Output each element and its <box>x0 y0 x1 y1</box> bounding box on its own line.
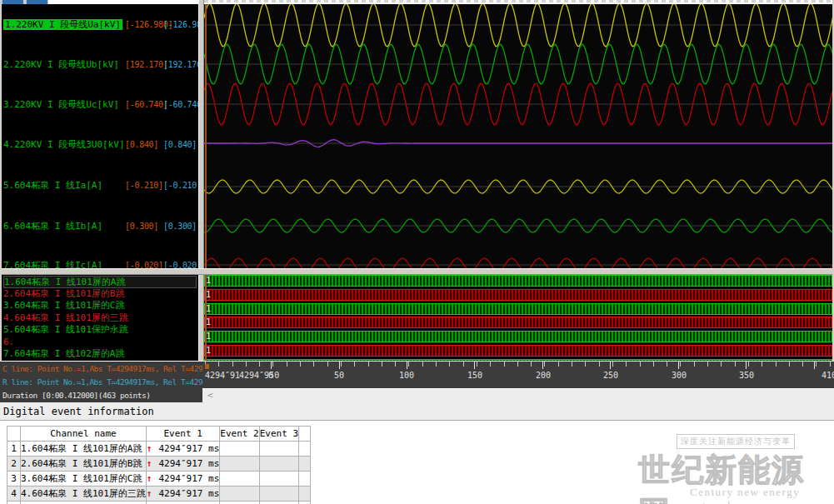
digital-event-info-bar: Digital event information <box>0 402 834 421</box>
event-1-time: 4294″917 ms <box>158 488 219 499</box>
event-tail-cell <box>299 487 311 502</box>
analog-channel-row[interactable]: 1.220KV I 段母线Ua[kV][-126.980][-126.980] <box>0 18 198 31</box>
analog-channel-value-1: [-0.020] <box>125 259 163 268</box>
event-table-row[interactable]: 33.604柘泉 I 线101屏的C跳↑4294″917 ms <box>7 472 311 487</box>
event-row-number: 4 <box>7 487 21 502</box>
analog-channel-row[interactable]: 4.220KV I 段母线3U0[kV][0.840][0.840] <box>0 138 198 151</box>
digital-channel-bar[interactable]: 1 <box>204 289 832 301</box>
digital-time-cursor-line[interactable] <box>205 275 207 361</box>
event-row-number: 3 <box>7 472 21 487</box>
event-3-cell <box>259 472 298 487</box>
analog-channel-value-2: [0.840] <box>163 138 197 151</box>
event-tail-cell <box>299 457 311 472</box>
event-table-row[interactable]: 55.604柘泉 I 线101保护永跳↑4294″917 ms <box>7 502 311 504</box>
digital-channel-label[interactable]: 4.604柘泉 I 线101屏的三跳 <box>3 312 195 323</box>
digital-channel-label[interactable]: 6. <box>3 337 195 347</box>
event-row-number: 2 <box>7 457 21 472</box>
event-tail-cell <box>299 442 311 457</box>
analog-channel-value-2: [-0.210] <box>163 179 198 192</box>
analog-channel-name[interactable]: 5.604柘泉 I 线Ia[A] <box>3 180 102 191</box>
digital-channel-bar[interactable]: 1 <box>204 345 832 357</box>
event-table-header: Event 3 <box>259 427 298 442</box>
time-cursor-line[interactable] <box>205 4 207 268</box>
digital-channel-bar[interactable]: 1 <box>204 317 832 328</box>
digital-channel-bar[interactable]: 1 <box>204 331 832 342</box>
event-1-cell: ↑4294″917 ms <box>146 502 219 504</box>
timeline-tick-label: 350 <box>739 371 754 380</box>
timeline-tick-label: 250 <box>603 371 618 380</box>
analog-channel-name[interactable]: 2.220KV I 段母线Ub[kV] <box>3 59 119 70</box>
timeline-axis[interactable]: 4294″914294″950050100150200250300350410 <box>202 361 834 388</box>
digital-channel-label[interactable]: 1.604柘泉 I 线101屏的A跳 <box>3 276 197 288</box>
c-line-status: C line: Point No.=1,Abs T=4294917ms, Rel… <box>2 364 202 373</box>
event-table-body: 11.604柘泉 I 线101屏的A跳↑4294″917 ms22.604柘泉 … <box>7 442 311 504</box>
digital-channel-bar[interactable]: 1 <box>204 275 832 287</box>
waveform-svg <box>204 4 832 268</box>
waveform-analyzer-window: 1.220KV I 段母线Ua[kV][-126.980][-126.980]2… <box>0 0 834 504</box>
analog-channel-value-1: [-60.740] <box>125 98 168 111</box>
analog-channel-value-1: [-0.210] <box>125 179 163 192</box>
event-tail-cell <box>299 502 311 504</box>
timeline-tick-label: 300 <box>672 371 687 380</box>
timeline-major-ticks <box>271 362 831 369</box>
timeline-cursor-marker[interactable] <box>205 364 209 369</box>
analog-channel-row[interactable]: 3.220KV I 段母线Uc[kV][-60.740][-60.740] <box>0 98 198 111</box>
analog-channel-row[interactable]: 7.604柘泉 I 线Ic[A][-0.020][-0.020] <box>0 259 198 268</box>
event-2-cell <box>220 487 259 502</box>
waveform-trace-7 <box>204 258 832 268</box>
analog-channel-value-1: [0.300] <box>125 220 158 232</box>
digital-bars-panel[interactable]: 1111111 <box>204 275 832 361</box>
event-3-cell <box>259 487 298 502</box>
analog-channel-name[interactable]: 6.604柘泉 I 线Ib[A] <box>3 221 102 232</box>
digital-channel-label[interactable]: 5.604柘泉 I 线101保护永跳 <box>3 324 195 335</box>
analog-channel-value-2: [-126.980] <box>163 18 198 31</box>
event-3-cell <box>259 502 298 504</box>
timeline-tick-label: 100 <box>399 371 414 380</box>
analog-channel-value-2: [192.170] <box>163 58 198 71</box>
event-table-header: Event 2 <box>220 427 259 442</box>
digital-channel-label[interactable]: 7.604柘泉 I 线102屏的A跳 <box>3 348 195 359</box>
timeline-tick-label: 410 <box>822 371 834 380</box>
event-row-number: 1 <box>7 442 21 457</box>
event-table[interactable]: Channel nameEvent 1Event 2Event 3 11.604… <box>7 426 311 504</box>
cursor-status-box: C line: Point No.=1,Abs T=4294917ms, Rel… <box>0 361 202 402</box>
timeline-tick-label: 150 <box>467 371 482 380</box>
digital-channel-bar[interactable]: 1 <box>204 303 832 315</box>
event-1-time: 4294″917 ms <box>158 443 219 454</box>
event-tail-cell <box>299 472 311 487</box>
analog-channel-row[interactable]: 5.604柘泉 I 线Ia[A][-0.210][-0.210] <box>0 179 198 192</box>
rising-edge-arrow-icon: ↑ <box>147 473 152 484</box>
event-channel-name: 1.604柘泉 I 线101屏的A跳 <box>21 442 147 457</box>
section-title: Digital event information <box>3 406 154 417</box>
analog-channel-name[interactable]: 1.220KV I 段母线Ua[kV] <box>3 19 122 30</box>
event-row-number: 5 <box>7 502 21 504</box>
event-table-row[interactable]: 11.604柘泉 I 线101屏的A跳↑4294″917 ms <box>7 442 311 457</box>
event-table-header: Channel name <box>21 427 147 442</box>
analog-channel-row[interactable]: 6.604柘泉 I 线Ib[A][0.300][0.300] <box>0 220 198 232</box>
event-3-cell <box>259 442 298 457</box>
r-line-status: R line: Point No.=1,Abs T=4294917ms, Rel… <box>2 377 202 387</box>
horizontal-scrollbar[interactable]: < <box>202 388 834 402</box>
analog-channel-value-2: [-60.740] <box>163 98 198 111</box>
vertical-splitter[interactable] <box>198 0 204 402</box>
analog-label-panel: 1.220KV I 段母线Ua[kV][-126.980][-126.980]2… <box>0 4 198 268</box>
analog-channel-value-1: [192.170] <box>125 58 168 71</box>
watermark-subtitle: Century new energy network <box>690 486 834 504</box>
event-2-cell <box>220 442 259 457</box>
horizontal-splitter[interactable] <box>0 268 834 275</box>
digital-channel-label[interactable]: 2.604柘泉 I 线101屏的B跳 <box>3 288 195 299</box>
event-1-cell: ↑4294″917 ms <box>146 457 219 472</box>
scroll-left-arrow-icon[interactable]: < <box>207 390 213 401</box>
waveform-area[interactable] <box>204 4 832 268</box>
analog-channel-name[interactable]: 4.220KV I 段母线3U0[kV] <box>3 139 125 150</box>
event-table-header <box>7 427 21 442</box>
digital-label-panel: 1.604柘泉 I 线101屏的A跳2.604柘泉 I 线101屏的B跳3.60… <box>2 275 198 361</box>
digital-channel-label[interactable]: 3.604柘泉 I 线101屏的C跳 <box>3 300 195 311</box>
event-table-row[interactable]: 22.604柘泉 I 线101屏的B跳↑4294″917 ms <box>7 457 311 472</box>
event-table-row[interactable]: 44.604柘泉 I 线101屏的三跳↑4294″917 ms <box>7 487 311 502</box>
analog-channel-name[interactable]: 7.604柘泉 I 线Ic[A] <box>3 260 102 268</box>
event-2-cell <box>220 472 259 487</box>
event-3-cell <box>259 457 298 472</box>
analog-channel-row[interactable]: 2.220KV I 段母线Ub[kV][192.170][192.170] <box>0 58 198 71</box>
analog-channel-name[interactable]: 3.220KV I 段母线Uc[kV] <box>3 99 119 110</box>
